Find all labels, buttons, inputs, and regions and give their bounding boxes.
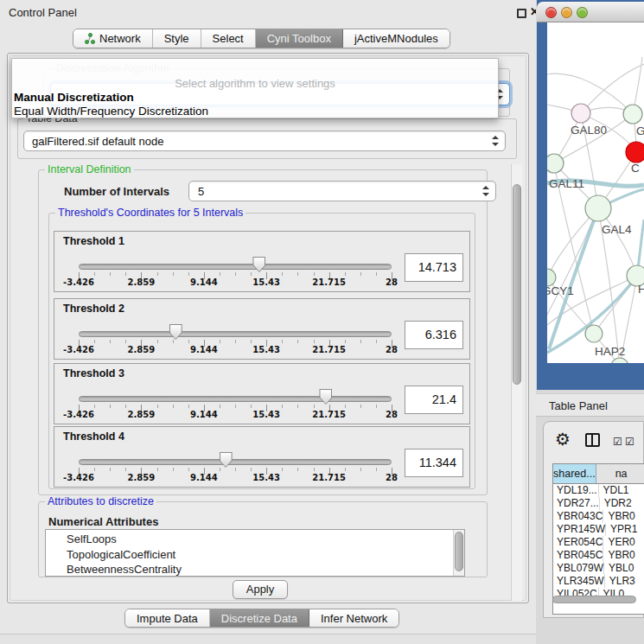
tab-label: Impute Data bbox=[137, 612, 198, 625]
tick-mark bbox=[188, 340, 189, 343]
tick-mark bbox=[220, 340, 220, 343]
list-item[interactable]: BetweennessCentrality bbox=[46, 562, 464, 577]
network-node[interactable] bbox=[571, 104, 590, 123]
table-row[interactable]: YER054CYER0 bbox=[553, 536, 644, 549]
network-node[interactable] bbox=[623, 105, 642, 124]
network-node[interactable] bbox=[585, 325, 603, 342]
network-node-label: GCY1 bbox=[547, 284, 574, 297]
network-window-titlebar[interactable] bbox=[537, 2, 644, 22]
node-table[interactable]: shared...na YDL19...YDL1YDR27...YDR2YBR0… bbox=[552, 463, 644, 615]
tick-mark bbox=[157, 405, 158, 408]
attributes-scrollbar[interactable] bbox=[453, 530, 464, 576]
panel-scrollbar[interactable] bbox=[511, 164, 522, 601]
tick-label: 9.144 bbox=[190, 345, 218, 354]
table-column-header[interactable]: na bbox=[596, 464, 644, 484]
tab-jactivemnodules[interactable]: jActiveMNodules bbox=[343, 29, 450, 48]
algorithm-option[interactable]: Manual Discretization bbox=[14, 91, 134, 104]
tab-cyni-toolbox[interactable]: Cyni Toolbox bbox=[256, 29, 343, 48]
table-row[interactable]: YBL079WYBL0 bbox=[553, 562, 644, 575]
network-edge[interactable] bbox=[554, 114, 633, 163]
tab-label: Cyni Toolbox bbox=[267, 32, 331, 45]
tick-mark bbox=[173, 340, 174, 343]
apply-button[interactable]: Apply bbox=[233, 580, 288, 599]
table-hscrollbar-thumb[interactable] bbox=[552, 596, 636, 603]
network-node-label: HAP2 bbox=[595, 345, 625, 358]
tick-label: -3.426 bbox=[63, 473, 94, 482]
checkbox-icon[interactable]: ☑ bbox=[613, 436, 623, 448]
slider-tick-labels: -3.4262.8599.14415.4321.71528 bbox=[79, 277, 392, 289]
tick-mark bbox=[376, 468, 377, 471]
tick-mark bbox=[376, 405, 377, 408]
tick-mark bbox=[282, 340, 283, 343]
tick-mark bbox=[110, 272, 111, 276]
gear-icon[interactable]: ⚙ bbox=[555, 429, 571, 450]
tick-label: 15.43 bbox=[252, 345, 280, 354]
tick-mark bbox=[360, 272, 361, 276]
threshold-slider-handle[interactable] bbox=[252, 257, 265, 272]
table-row[interactable]: YPR145WYPR1 bbox=[553, 523, 644, 536]
zoom-traffic-light[interactable] bbox=[577, 7, 588, 18]
network-node[interactable] bbox=[547, 269, 556, 286]
column-layout-icon[interactable] bbox=[585, 433, 600, 447]
list-item[interactable]: SelfLoops bbox=[46, 532, 464, 547]
tick-mark bbox=[157, 468, 158, 471]
tab-network[interactable]: Network bbox=[73, 29, 153, 48]
tab-label: Select bbox=[213, 32, 244, 45]
tab-label: Network bbox=[99, 32, 141, 45]
panel-scrollbar-thumb[interactable] bbox=[513, 184, 521, 385]
minimize-traffic-light[interactable] bbox=[561, 7, 572, 18]
threshold-value-box[interactable]: 11.344 bbox=[405, 449, 463, 477]
num-intervals-combo[interactable]: 5 bbox=[188, 181, 496, 201]
checkbox-icon[interactable]: ☑ bbox=[625, 436, 635, 448]
table-row[interactable]: YLR345WYLR3 bbox=[553, 575, 644, 588]
tab-discretize-data[interactable]: Discretize Data bbox=[210, 609, 309, 627]
table-row[interactable]: YBR045CYBR0 bbox=[553, 549, 644, 562]
tick-mark bbox=[220, 272, 220, 276]
attributes-scrollbar-thumb[interactable] bbox=[455, 532, 463, 571]
table-row[interactable]: YDR27...YDR2 bbox=[553, 497, 644, 510]
combo-arrows-icon bbox=[492, 136, 499, 146]
threshold-slider-handle[interactable] bbox=[169, 324, 182, 340]
attributes-list[interactable]: SelfLoopsTopologicalCoefficientBetweenne… bbox=[45, 529, 465, 577]
threshold-slider-handle[interactable] bbox=[319, 389, 332, 405]
threshold-label: Threshold 4 bbox=[63, 430, 124, 443]
threshold-value: 6.316 bbox=[425, 322, 456, 348]
tick-label: 28 bbox=[386, 277, 398, 287]
tab-impute-data[interactable]: Impute Data bbox=[125, 609, 210, 627]
table-cell: YER0 bbox=[603, 536, 644, 549]
tab-style[interactable]: Style bbox=[153, 29, 201, 48]
algorithm-dropdown-header: Select algorithm to view settings bbox=[12, 77, 498, 90]
threshold-value-box[interactable]: 6.316 bbox=[405, 321, 463, 349]
threshold-label: Threshold 2 bbox=[63, 303, 124, 315]
threshold-slider-track[interactable] bbox=[79, 396, 392, 402]
threshold-slider-track[interactable] bbox=[79, 264, 392, 270]
tick-mark bbox=[220, 405, 220, 408]
network-node[interactable] bbox=[585, 195, 611, 221]
network-canvas[interactable]: GAL80G.CGAL11GAL4GCY1HHAP2 bbox=[547, 22, 644, 363]
close-traffic-light[interactable] bbox=[545, 7, 557, 18]
tick-label: 15.43 bbox=[252, 473, 280, 482]
threshold-value-box[interactable]: 21.4 bbox=[405, 386, 463, 414]
float-panel-icon[interactable] bbox=[517, 9, 526, 18]
algorithm-option[interactable]: Equal Width/Frequency Discretization bbox=[14, 105, 208, 118]
tick-mark bbox=[282, 405, 283, 408]
network-edge[interactable] bbox=[547, 208, 598, 315]
list-item[interactable]: TopologicalCoefficient bbox=[46, 547, 464, 563]
tab-infer-network[interactable]: Infer Network bbox=[309, 609, 399, 627]
network-node-label: G. bbox=[636, 124, 644, 137]
table-data-combo[interactable]: galFiltered.sif default node bbox=[23, 131, 506, 151]
attribute-items-holder: SelfLoopsTopologicalCoefficientBetweenne… bbox=[46, 532, 464, 577]
tab-select[interactable]: Select bbox=[201, 29, 256, 48]
tick-mark bbox=[376, 340, 377, 343]
threshold-slider-track[interactable] bbox=[79, 459, 392, 465]
threshold-slider-track[interactable] bbox=[79, 331, 392, 337]
tick-label: 21.715 bbox=[312, 410, 346, 419]
threshold-slider-handle[interactable] bbox=[220, 452, 233, 468]
network-node[interactable] bbox=[547, 154, 564, 173]
network-node[interactable] bbox=[626, 142, 644, 163]
table-row[interactable]: YBR043CYBR0 bbox=[553, 510, 644, 523]
table-column-header[interactable]: shared... bbox=[553, 464, 596, 484]
table-row[interactable]: YDL19...YDL1 bbox=[553, 484, 644, 497]
tick-mark bbox=[110, 340, 111, 343]
threshold-value-box[interactable]: 14.713 bbox=[405, 253, 463, 282]
